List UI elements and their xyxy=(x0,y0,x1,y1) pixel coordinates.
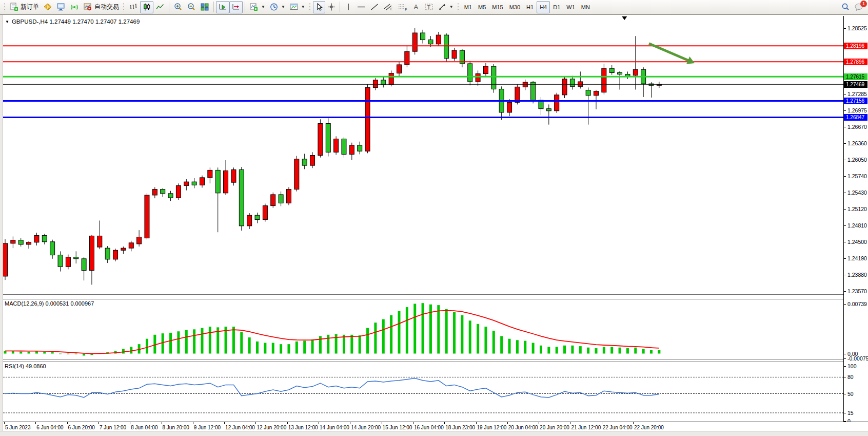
hline-price-label: 1.27896 xyxy=(844,59,867,65)
macd-histogram-bar xyxy=(311,339,314,354)
text-label-button[interactable]: T xyxy=(422,1,436,13)
search-button[interactable] xyxy=(839,1,852,13)
price-tick-label: 1.23570 xyxy=(847,288,867,294)
price-tick xyxy=(844,242,846,242)
timeframe-button-m30[interactable]: M30 xyxy=(506,1,523,13)
timeframe-button-d1[interactable]: D1 xyxy=(550,1,563,13)
price-pane[interactable] xyxy=(3,16,843,294)
templates-button[interactable]: ▼ xyxy=(287,1,307,13)
hline-price-label: 1.26847 xyxy=(844,114,867,121)
time-tick-label: 22 Jun 20:00 xyxy=(634,425,664,430)
price-tick-label: 1.26670 xyxy=(847,124,867,130)
trendline-button[interactable] xyxy=(368,1,381,13)
candle xyxy=(145,193,149,240)
candle xyxy=(50,240,55,259)
rsi-pane[interactable] xyxy=(3,361,843,422)
timeframe-button-h4[interactable]: H4 xyxy=(537,1,550,13)
timeframe-button-w1[interactable]: W1 xyxy=(563,1,578,13)
symbol-ohlc-line[interactable]: ▼ GBPUSD-,H4 1.27449 1.27470 1.27407 1.2… xyxy=(5,18,140,25)
price-tick-label: 1.26975 xyxy=(847,107,867,113)
time-tick-label: 13 Jun 12:00 xyxy=(288,425,318,430)
macd-histogram-bar xyxy=(359,335,361,353)
arrows-button[interactable]: ▼ xyxy=(436,1,456,13)
zoom-in-button[interactable] xyxy=(171,1,185,13)
toolbar-separator xyxy=(169,2,169,12)
macd-pane[interactable] xyxy=(3,298,843,359)
new-order-button[interactable]: 新订单 xyxy=(8,1,41,13)
chart-candles-button[interactable] xyxy=(140,1,153,13)
signals-button[interactable] xyxy=(68,1,81,13)
terminal-button[interactable] xyxy=(54,1,68,13)
channel-button[interactable]: E xyxy=(381,1,396,13)
auto-scroll-button[interactable] xyxy=(216,1,229,13)
autotrade-button[interactable]: 自动交易 xyxy=(81,1,121,13)
candle xyxy=(82,257,86,280)
macd-histogram-bar xyxy=(532,343,535,354)
candle xyxy=(58,251,63,271)
candle xyxy=(570,76,575,90)
price-tick-label: 1.25430 xyxy=(847,189,867,196)
candle xyxy=(349,143,354,160)
time-tick-label: 18 Jun 23:00 xyxy=(445,425,475,430)
timeframe-button-m5[interactable]: M5 xyxy=(475,1,489,13)
candle xyxy=(176,183,181,200)
cursor-button[interactable] xyxy=(313,1,325,13)
chart-line-button[interactable] xyxy=(153,1,167,13)
crosshair-button[interactable] xyxy=(325,1,338,13)
timeframe-button-m1[interactable]: M1 xyxy=(461,1,475,13)
macd-histogram-bar xyxy=(327,335,329,354)
timeframe-button-mn[interactable]: MN xyxy=(578,1,593,13)
candle xyxy=(231,167,236,185)
macd-histogram-bar xyxy=(272,343,274,354)
time-tick-label: 6 Jun 04:00 xyxy=(36,425,63,430)
macd-histogram-bar xyxy=(571,346,574,354)
timeframe-button-m15[interactable]: M15 xyxy=(489,1,506,13)
macd-tick-label: 0.00739 xyxy=(847,301,867,307)
indicators-button[interactable]: ▼ xyxy=(247,1,267,13)
price-tick-label: 1.23880 xyxy=(847,272,867,278)
toolbar-grip xyxy=(4,2,6,12)
candle xyxy=(539,97,543,115)
tile-windows-button[interactable] xyxy=(198,1,211,13)
line-chart-icon xyxy=(155,3,165,11)
macd-histogram-bar xyxy=(59,354,62,354)
periods-button[interactable]: ▼ xyxy=(267,1,287,13)
fibonacci-button[interactable]: F xyxy=(396,1,410,13)
price-tick-label: 1.26050 xyxy=(847,157,867,163)
vertical-line-button[interactable] xyxy=(342,1,354,13)
macd-histogram-bar xyxy=(146,339,148,354)
new-order-label: 新订单 xyxy=(21,3,39,11)
candle xyxy=(97,220,102,249)
chart-shift-button[interactable] xyxy=(229,1,243,13)
macd-histogram-bar xyxy=(492,331,495,354)
horizontal-line-button[interactable] xyxy=(354,1,368,13)
price-tick-label: 1.24190 xyxy=(847,255,867,261)
time-tick xyxy=(193,422,193,424)
candle xyxy=(546,104,551,124)
macd-histogram-bar xyxy=(366,328,369,354)
chat-button[interactable]: 1 xyxy=(852,1,866,13)
macd-histogram-bar xyxy=(374,323,377,353)
toolbar-grip xyxy=(309,2,311,12)
time-axis[interactable]: 5 Jun 20236 Jun 04:006 Jun 20:007 Jun 12… xyxy=(3,422,868,431)
macd-histogram-bar xyxy=(295,342,298,354)
chart-bars-button[interactable] xyxy=(127,1,140,13)
text-button[interactable]: A xyxy=(410,1,422,13)
candle xyxy=(74,251,78,263)
candle xyxy=(200,176,205,188)
arrow-annotation[interactable] xyxy=(649,44,695,64)
macd-histogram-bar xyxy=(453,312,456,353)
indicators-icon xyxy=(249,3,259,11)
quotes-window-button[interactable] xyxy=(41,1,54,13)
time-tick xyxy=(507,422,508,424)
candle xyxy=(602,64,606,94)
candle xyxy=(523,80,527,90)
candle xyxy=(3,239,8,280)
price-tick xyxy=(844,176,846,177)
macd-histogram-bar xyxy=(556,347,558,353)
zoom-out-button[interactable] xyxy=(185,1,198,13)
timeframe-button-h1[interactable]: H1 xyxy=(523,1,537,13)
price-tick xyxy=(844,258,846,259)
candle xyxy=(286,187,291,205)
price-tick-label: 1.25740 xyxy=(847,173,867,179)
